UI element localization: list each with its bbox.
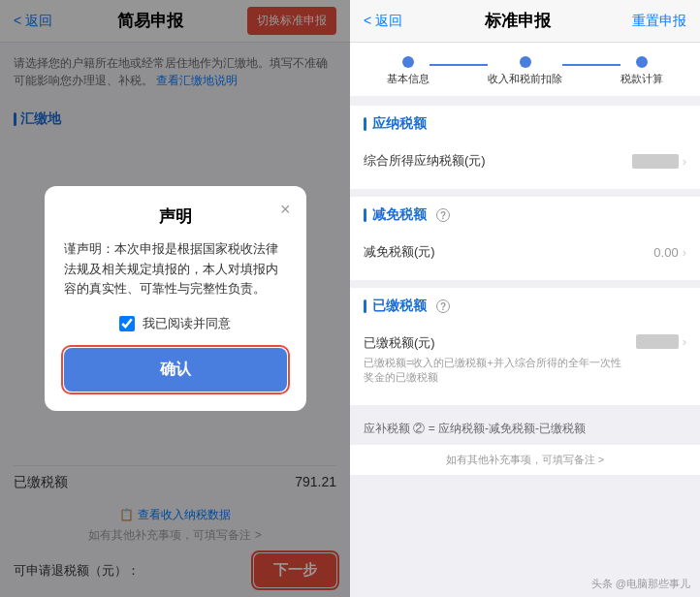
paid-label-area: 已缴税额(元) 已缴税额=收入的已缴税额+并入综合所得的全年一次性奖金的已缴税额 xyxy=(364,334,628,386)
taxable-title: 应纳税额 xyxy=(364,115,686,133)
paid-section: 已缴税额 ? 已缴税额(元) 已缴税额=收入的已缴税额+并入综合所得的全年一次性… xyxy=(350,288,700,405)
right-back-button[interactable]: < 返回 xyxy=(364,13,402,30)
reduction-row[interactable]: 减免税额(元) 0.00 › xyxy=(364,234,686,270)
right-body: 应纳税额 综合所得应纳税额(元) 0 › 减免税额 ? 减免税额(元) 0.00… xyxy=(350,106,700,582)
modal-checkbox-label: 我已阅读并同意 xyxy=(143,315,231,332)
paid-blurred: 0 xyxy=(636,334,678,349)
modal-checkbox[interactable] xyxy=(119,316,135,331)
modal-close-button[interactable]: × xyxy=(280,200,291,220)
paid-question-icon[interactable]: ? xyxy=(436,299,450,313)
step-label-0: 基本信息 xyxy=(387,72,430,86)
bottom-note[interactable]: 如有其他补充事项，可填写备注 > xyxy=(350,445,700,475)
step-dot-0 xyxy=(402,56,414,68)
step-line-0 xyxy=(430,64,488,66)
taxable-value: 0 › xyxy=(632,154,686,169)
reduction-chevron-icon: › xyxy=(683,245,686,260)
reduction-title: 减免税额 ? xyxy=(364,206,686,224)
right-title: 标准申报 xyxy=(485,10,551,32)
reduction-label: 减免税额(元) xyxy=(364,243,435,261)
step-item-0: 基本信息 xyxy=(387,56,430,86)
right-header: < 返回 标准申报 重置申报 xyxy=(350,0,700,43)
modal-box: 声明 × 谨声明：本次申报是根据国家税收法律法规及相关规定填报的，本人对填报内容… xyxy=(45,186,306,411)
left-panel: < 返回 简易申报 切换标准申报 请选择您的户籍所在地或经常居住地作为汇缴地。填… xyxy=(0,0,350,597)
taxable-blurred: 0 xyxy=(632,154,678,169)
taxable-row[interactable]: 综合所得应纳税额(元) 0 › xyxy=(364,142,686,179)
modal-checkbox-row: 我已阅读并同意 xyxy=(64,315,287,332)
modal-confirm-button[interactable]: 确认 xyxy=(64,348,287,392)
step-dot-1 xyxy=(520,56,531,68)
taxable-section: 应纳税额 综合所得应纳税额(元) 0 › xyxy=(350,106,700,189)
paid-value: 0 › xyxy=(636,334,686,349)
reduction-value: 0.00 › xyxy=(653,245,686,260)
paid-row[interactable]: 已缴税额(元) 已缴税额=收入的已缴税额+并入综合所得的全年一次性奖金的已缴税额… xyxy=(364,325,686,395)
modal-title: 声明 xyxy=(64,205,287,228)
reduction-question-icon[interactable]: ? xyxy=(436,208,450,222)
formula-row: 应补税额 ② = 应纳税额-减免税额-已缴税额 xyxy=(350,413,700,445)
step-dot-2 xyxy=(636,56,648,68)
paid-chevron-icon: › xyxy=(683,334,686,349)
taxable-chevron-icon: › xyxy=(683,154,686,169)
modal-body: 谨声明：本次申报是根据国家税收法律法规及相关规定填报的，本人对填报内容的真实性、… xyxy=(64,239,287,299)
step-item-2: 税款计算 xyxy=(620,56,663,86)
paid-label: 已缴税额(元) xyxy=(364,334,628,352)
taxable-label: 综合所得应纳税额(元) xyxy=(364,152,486,170)
step-item-1: 收入和税前扣除 xyxy=(488,56,562,86)
step-line-1 xyxy=(562,64,620,66)
right-panel: < 返回 标准申报 重置申报 基本信息 收入和税前扣除 税款计算 应纳税额 综合… xyxy=(350,0,700,597)
step-bar: 基本信息 收入和税前扣除 税款计算 xyxy=(350,43,700,96)
paid-sub-desc: 已缴税额=收入的已缴税额+并入综合所得的全年一次性奖金的已缴税额 xyxy=(364,356,628,386)
reduction-section: 减免税额 ? 减免税额(元) 0.00 › xyxy=(350,197,700,280)
watermark: 头条 @电脑那些事儿 xyxy=(591,577,690,591)
step-label-2: 税款计算 xyxy=(620,72,663,86)
paid-title: 已缴税额 ? xyxy=(364,298,686,315)
reset-button[interactable]: 重置申报 xyxy=(632,13,686,30)
step-label-1: 收入和税前扣除 xyxy=(488,72,562,86)
modal-overlay: 声明 × 谨声明：本次申报是根据国家税收法律法规及相关规定填报的，本人对填报内容… xyxy=(0,0,350,597)
